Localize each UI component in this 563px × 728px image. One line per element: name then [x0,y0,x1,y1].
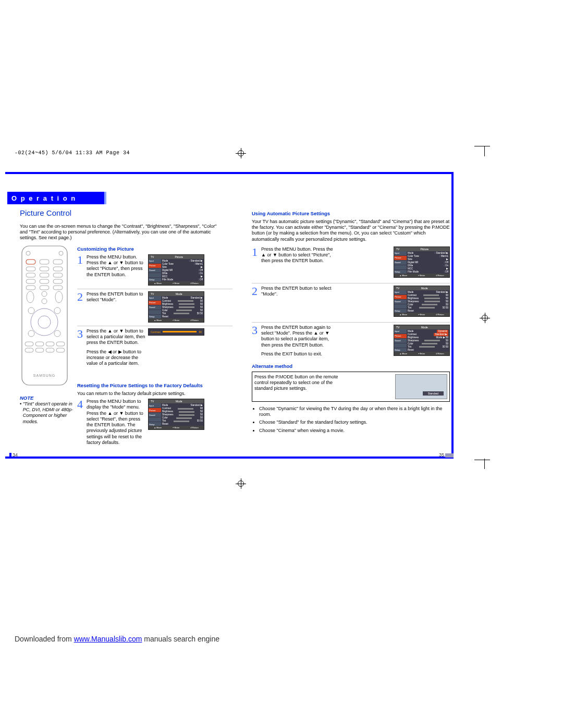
right-step-3: 3 Press the ENTER button again to select… [252,325,450,358]
trim-mark [484,146,485,156]
right-step-2: 2 Press the ENTER button to select "Mode… [252,286,450,319]
crop-mark-right [480,313,490,323]
step-2: 2 Press the ENTER button to select "Mode… [77,291,232,323]
mode-tips: Choose "Dynamic" for viewing the TV duri… [252,406,450,434]
tip-standard: Choose "Standard" for the standard facto… [259,419,450,425]
alternate-screenshot: Standard [395,374,447,399]
intro-text: You can use the on-screen menus to chang… [20,224,218,241]
reset-heading: Resetting the Picture Settings to the Fa… [77,382,232,389]
note-heading: NOTE [20,395,75,401]
step-text: Press the ENTER button again to select "… [261,325,338,358]
crop-mark-bottom [236,478,246,489]
left-column: Picture Control You can use the on-scree… [20,208,234,248]
trim-mark [474,146,490,146]
menu-screenshot-mode: TVMode Input Picture Sound Setup ModeSta… [394,286,450,317]
reset-section: Resetting the Picture Settings to the Fa… [77,380,232,449]
page-number-left: 34 [9,452,18,458]
download-footer: Downloaded from www.Manualslib.com manua… [15,635,219,643]
operation-badge: O p e r a t i o n [7,192,106,204]
page-number-right: 35 [439,452,454,458]
customizing-heading: Customizing the Picture [77,246,232,252]
tip-dynamic: Choose "Dynamic" for viewing the TV duri… [259,406,450,418]
print-meta-header: -02(24~45) 5/6/04 11:33 AM Page 34 [15,150,130,156]
auto-heading: Using Automatic Picture Settings [252,211,450,217]
trim-mark [474,460,490,460]
step-number: 3 [252,325,261,358]
menu-screenshot-mode-select: TVMode Input Picture Sound Setup ModeDyn… [394,325,450,356]
menu-screenshot-slider: Contrast90 [148,328,204,336]
svg-text:SAMSUNG: SAMSUNG [33,374,55,377]
alternate-method-box: Press the P.MODE button on the remote co… [252,372,450,402]
step-text: Press the ▲ or ▼ button to select a part… [87,328,148,367]
customizing-steps: Customizing the Picture 1 Press the MENU… [77,244,232,369]
tip-cinema: Choose "Cinema" when viewing a movie. [259,428,450,434]
step-text: Press the MENU button. Press the ▲ or ▼ … [87,254,148,286]
step-1: 1 Press the MENU button. Press the ▲ or … [77,254,232,286]
step-number: 2 [77,291,87,323]
trim-mark [484,459,485,469]
menu-screenshot-reset: TVMode Input Picture Sound Setup ModeSta… [148,399,204,430]
page-title: Picture Control [20,208,234,218]
right-step-1: 1 Press the MENU button. Press the ▲ or … [252,246,450,280]
step-text: Press the MENU button. Press the ▲ or ▼ … [261,246,338,280]
reset-intro: You can return to the factory default pi… [77,391,232,397]
alternate-text: Press the P.MODE button on the remote co… [254,374,343,399]
note-text: "Tint" doesn't operate in PC, DVI, HDMI … [23,401,75,425]
step-4: 4 Press the MENU button to display the "… [77,399,232,446]
step-number: 1 [252,246,261,280]
right-column: Using Automatic Picture Settings Your TV… [252,208,450,436]
menu-screenshot-picture: TVPicture Input Picture Sound Setup Mode… [394,246,450,278]
step-number: 1 [77,254,87,286]
step-text: Press the ENTER button to select "Mode". [261,286,338,319]
alternate-heading: Alternate method [252,363,450,369]
note-block: NOTE • "Tint" doesn't operate in PC, DVI… [20,395,75,425]
step-number: 2 [252,286,261,319]
step-text: Press the ENTER button to select "Mode". [87,291,148,323]
step-number: 3 [77,328,87,367]
step-number: 4 [77,399,87,446]
crop-mark-top [236,148,246,158]
step-text: Press the MENU button to display the "Mo… [87,399,148,446]
auto-intro: Your TV has automatic picture settings (… [252,219,450,242]
step-3: 3 Press the ▲ or ▼ button to select a pa… [77,328,232,367]
manualslib-link[interactable]: www.Manualslib.com [74,635,142,643]
remote-control-illustration: SAMSUNG [20,244,69,387]
menu-screenshot-picture: TVPicture Input Picture Sound Setup Mode… [148,254,204,286]
menu-screenshot-mode: TVMode Input Picture Sound Setup ModeSta… [148,291,204,323]
